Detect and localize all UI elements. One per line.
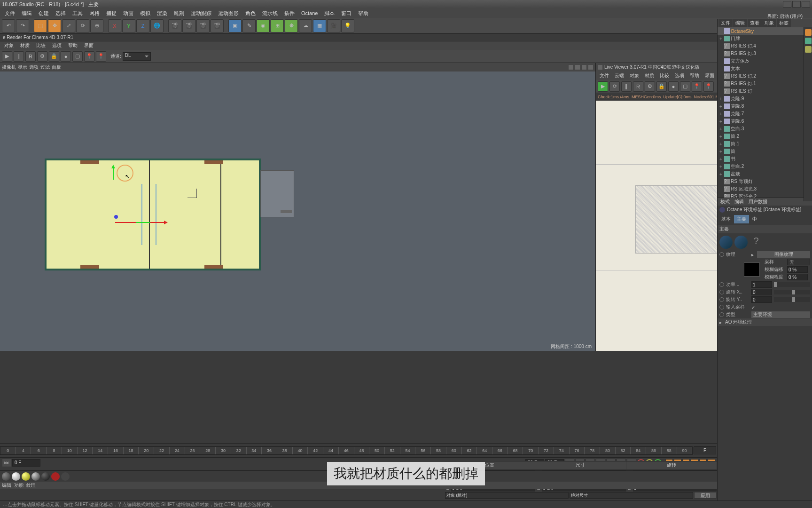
sample-select[interactable]: 无 bbox=[787, 259, 810, 265]
current-frame[interactable] bbox=[12, 459, 40, 467]
recent-tool[interactable]: ⊕ bbox=[90, 19, 103, 32]
mat-5[interactable] bbox=[41, 472, 50, 481]
rotate-tool[interactable]: ⟳ bbox=[76, 19, 89, 32]
lv-reload[interactable]: R bbox=[633, 81, 643, 92]
roty-slider[interactable] bbox=[774, 297, 810, 302]
submenu-界面[interactable]: 界面 bbox=[82, 42, 96, 49]
obj-文本[interactable]: 文本 bbox=[718, 65, 812, 72]
attr-tab-模式[interactable]: 模式 bbox=[718, 198, 732, 206]
obj-筒.2[interactable]: +筒.2 bbox=[718, 133, 812, 140]
menu-选择[interactable]: 选择 bbox=[53, 9, 69, 18]
rp-tab-标签[interactable]: 标签 bbox=[777, 19, 791, 27]
vp-menu-面板[interactable]: 面板 bbox=[52, 64, 61, 71]
menu-运动跟踪[interactable]: 运动跟踪 bbox=[188, 9, 214, 18]
mat-1[interactable] bbox=[2, 472, 10, 481]
scale-tool[interactable]: ⤢ bbox=[62, 19, 75, 32]
mat-tab-纹理[interactable]: 纹理 bbox=[26, 482, 36, 489]
obj-克隆.6[interactable]: +克隆.6 bbox=[718, 118, 812, 125]
mat-tab-功能[interactable]: 功能 bbox=[14, 482, 23, 489]
menu-运动图形[interactable]: 运动图形 bbox=[215, 9, 242, 18]
help-icon[interactable]: ? bbox=[750, 236, 763, 249]
lv-sphere[interactable]: ● bbox=[668, 81, 679, 92]
ao-section[interactable]: AO 环境纹理 bbox=[725, 319, 752, 325]
sphere-preview[interactable]: ● bbox=[61, 51, 71, 62]
lock-render[interactable]: 🔒 bbox=[49, 51, 59, 62]
viewport-perspective[interactable]: 摄像机显示选项过滤面板 ↖ 网格间距 : 1000 c bbox=[0, 63, 596, 351]
lv-lock[interactable]: 🔒 bbox=[656, 81, 667, 92]
mat-2[interactable] bbox=[12, 472, 20, 481]
lv-menu-云端[interactable]: 云端 bbox=[613, 72, 626, 79]
scene-side-box[interactable] bbox=[260, 170, 294, 217]
gizmo-origin[interactable] bbox=[114, 215, 118, 219]
obj-空白.3[interactable]: +空白.3 bbox=[718, 125, 812, 133]
mat-tab-编辑[interactable]: 编辑 bbox=[2, 482, 11, 489]
menu-Octane[interactable]: Octane bbox=[298, 9, 320, 17]
texture-swatch[interactable] bbox=[744, 262, 760, 277]
redo-button[interactable]: ↷ bbox=[16, 19, 29, 32]
strip-icon-1[interactable] bbox=[805, 29, 812, 36]
menu-编辑[interactable]: 编辑 bbox=[19, 9, 35, 18]
menu-网格[interactable]: 网格 bbox=[86, 9, 102, 18]
obj-克隆.7[interactable]: +克隆.7 bbox=[718, 110, 812, 118]
lv-menu-比较[interactable]: 比较 bbox=[658, 72, 671, 79]
select-tool[interactable]: ⬚ bbox=[34, 19, 47, 32]
render-region[interactable]: 🎬 bbox=[182, 19, 195, 32]
vp-nav-icon[interactable] bbox=[568, 64, 574, 70]
rotx-radio[interactable] bbox=[719, 290, 724, 294]
type-select[interactable]: 主要环境 bbox=[751, 311, 810, 318]
pin-a[interactable]: 📍 bbox=[84, 51, 94, 62]
obj-门牌[interactable]: +门牌 bbox=[718, 35, 812, 42]
inputsample-check[interactable]: ✓ bbox=[751, 305, 755, 310]
vp-menu-过滤[interactable]: 过滤 bbox=[40, 64, 50, 71]
pen-tool[interactable]: ✎ bbox=[242, 19, 256, 32]
camera-tool[interactable]: ▦ bbox=[313, 19, 326, 32]
roty-input[interactable] bbox=[751, 296, 772, 303]
obj-RS IES 灯.3[interactable]: ?RS IES 灯.3 bbox=[718, 50, 812, 57]
close-button[interactable] bbox=[802, 1, 810, 8]
axis-z-lock[interactable]: Z bbox=[136, 19, 149, 32]
timeline[interactable]: 0468101214161820222426283032343638404244… bbox=[0, 443, 717, 457]
power-slider[interactable] bbox=[774, 282, 810, 287]
render-settings[interactable]: 🎬 bbox=[196, 19, 210, 32]
rp-tab-对象[interactable]: 对象 bbox=[762, 19, 776, 27]
axis-x-lock[interactable]: X bbox=[108, 19, 121, 32]
menu-渲染[interactable]: 渲染 bbox=[154, 9, 170, 18]
axis-y-lock[interactable]: Y bbox=[122, 19, 135, 32]
rotx-slider[interactable] bbox=[774, 290, 810, 294]
blur-level-input[interactable] bbox=[787, 274, 808, 280]
menu-窗口[interactable]: 窗口 bbox=[338, 9, 354, 18]
nurbs-tool[interactable]: ◉ bbox=[257, 19, 270, 32]
undo-button[interactable]: ↶ bbox=[2, 19, 15, 32]
maximize-button[interactable] bbox=[792, 1, 801, 8]
time-end-field[interactable]: F bbox=[694, 446, 716, 454]
attr-sub-基本[interactable]: 基本 bbox=[718, 215, 734, 223]
inputsample-radio[interactable] bbox=[719, 305, 724, 310]
vp-menu-选项[interactable]: 选项 bbox=[29, 64, 39, 71]
obj-OctaneSky[interactable]: OctaneSky bbox=[718, 27, 812, 35]
attr-tab-用户数据[interactable]: 用户数据 bbox=[747, 198, 769, 206]
menu-模拟[interactable]: 模拟 bbox=[137, 9, 153, 18]
menu-流水线[interactable]: 流水线 bbox=[259, 9, 281, 18]
frame-button[interactable]: ▢ bbox=[72, 51, 83, 62]
lv-gear[interactable]: ⚙ bbox=[645, 81, 655, 92]
scene-room[interactable] bbox=[45, 159, 261, 270]
vp-menu-显示[interactable]: 显示 bbox=[18, 64, 27, 71]
env-icon-2[interactable] bbox=[734, 236, 748, 249]
strip-icon-2[interactable] bbox=[805, 38, 812, 44]
menu-创建[interactable]: 创建 bbox=[36, 9, 52, 18]
viewport-canvas[interactable]: ↖ 网格间距 : 1000 cm bbox=[0, 71, 595, 351]
vp-pan-icon[interactable] bbox=[575, 64, 580, 70]
mat-7[interactable] bbox=[61, 472, 70, 481]
menu-捕捉[interactable]: 捕捉 bbox=[103, 9, 119, 18]
attr-sub-中[interactable]: 中 bbox=[750, 215, 760, 223]
object-tree[interactable]: OctaneSky+门牌?RS IES 灯.4?RS IES 灯.3立方体.5文… bbox=[718, 27, 812, 198]
img-texture-btn[interactable]: 图像纹理 bbox=[757, 251, 810, 258]
env-icon-1[interactable] bbox=[719, 236, 733, 249]
obj-RS IES 灯[interactable]: ?RS IES 灯 bbox=[718, 87, 812, 95]
menu-脚本[interactable]: 脚本 bbox=[321, 9, 337, 18]
lv-menu-帮助[interactable]: 帮助 bbox=[688, 72, 701, 79]
submenu-帮助[interactable]: 帮助 bbox=[66, 42, 80, 49]
lv-pin1[interactable]: 📍 bbox=[692, 81, 702, 92]
lv-pin2[interactable]: 📍 bbox=[703, 81, 714, 92]
menu-插件[interactable]: 插件 bbox=[281, 9, 297, 18]
